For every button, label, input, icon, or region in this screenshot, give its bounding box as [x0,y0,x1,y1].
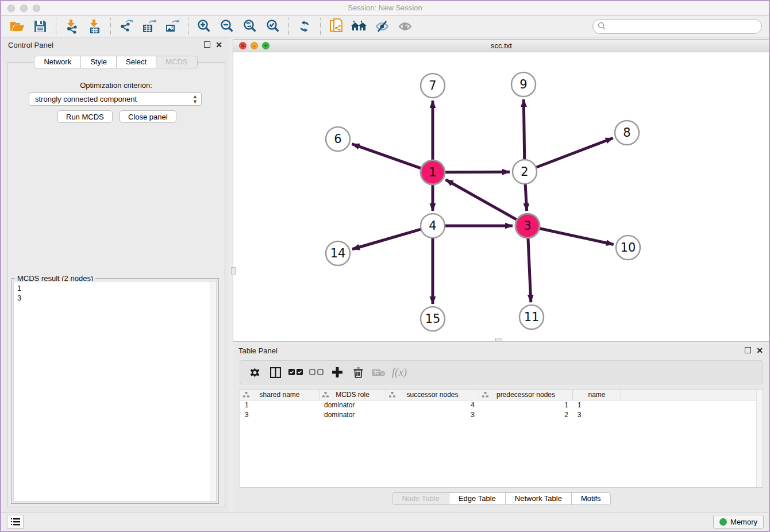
cell-shared-name: 3 [240,410,319,420]
close-panel-button[interactable]: Close panel [120,110,176,123]
export-table-icon[interactable] [140,18,159,35]
table-header-row: shared nameMCDS rolesuccessor nodesprede… [240,390,763,400]
delete-column-trash-icon[interactable] [349,365,367,380]
node-label-14: 14 [330,246,346,260]
edge-2-9[interactable] [523,99,524,160]
column-settings-gear-icon[interactable] [246,365,263,380]
toolbar-separator [188,18,188,35]
edge-1-6[interactable] [352,144,422,168]
zoom-fit-icon[interactable] [240,18,260,35]
tab-select[interactable]: Select [117,56,156,68]
edge-3-1[interactable] [446,180,517,220]
first-neighbors-icon[interactable] [349,18,369,35]
cell-MCDS-role: dominator [319,400,386,410]
node-label-6: 6 [334,132,341,146]
float-table-panel-icon[interactable] [745,347,751,353]
edge-4-14[interactable] [352,229,421,249]
cell-MCDS-role: dominator [319,410,386,420]
column-label: successor nodes [406,391,458,399]
edge-3-10[interactable] [540,228,614,244]
cell-successor-nodes: 4 [386,400,479,410]
open-file-icon[interactable] [7,18,27,35]
table-row[interactable]: 3dominator323 [240,410,763,420]
deselect-all-icon[interactable] [308,365,325,380]
float-panel-icon[interactable] [204,41,210,48]
show-all-eye-icon[interactable] [395,18,415,35]
node-label-4: 4 [429,219,436,233]
tab-network[interactable]: Network [34,56,81,68]
column-header-shared-name[interactable]: shared name [240,390,319,400]
node-table[interactable]: shared nameMCDS rolesuccessor nodesprede… [240,389,763,488]
apply-layout-icon[interactable] [295,18,314,35]
toolbar-separator [110,18,111,35]
mcds-result-box[interactable]: 1 3 [13,281,217,502]
column-header-successor-nodes[interactable]: successor nodes [386,390,479,400]
edge-1-2[interactable] [445,172,510,172]
select-all-check-icon[interactable] [287,365,305,380]
delete-table-icon [370,365,387,380]
run-mcds-button[interactable]: Run MCDS [57,110,113,123]
column-header-predecessor-nodes[interactable]: predecessor nodes [479,390,573,400]
save-session-icon[interactable] [30,18,50,35]
split-panel-icon[interactable] [267,365,284,380]
column-label: MCDS role [336,391,369,399]
window-titlebar: Session: New Session [1,1,769,16]
export-network-icon[interactable] [117,18,136,35]
close-table-panel-icon[interactable]: ✕ [756,346,763,355]
result-scrollbar[interactable] [210,282,216,501]
optimization-criterion-select[interactable]: strongly connected component ▲▼ [29,92,202,106]
task-history-button[interactable] [7,515,24,529]
application-window: Session: New Session [0,0,770,532]
edge-3-11[interactable] [528,238,531,302]
hide-selected-eye-icon[interactable] [372,18,392,35]
tab-network-table[interactable]: Network Table [506,492,572,505]
node-label-11: 11 [524,310,540,324]
duplicate-network-icon[interactable] [326,18,346,35]
search-container [592,19,762,34]
network-window-title: scc.txt [233,41,769,50]
zoom-selected-icon[interactable] [263,18,283,35]
network-view-window: ✕ − + scc.txt 7968124314101511 [233,39,770,342]
network-canvas[interactable]: 7968124314101511 [233,53,769,341]
cell-successor-nodes: 3 [386,410,479,420]
mcds-result-text: 1 3 [14,282,216,304]
network-graph[interactable]: 7968124314101511 [233,53,769,342]
node-label-1: 1 [429,165,436,179]
table-scrollbar[interactable] [756,390,763,487]
toolbar-separator [56,18,56,35]
column-header-MCDS-role[interactable]: MCDS role [319,390,386,400]
mcds-result-fieldset: MCDS result (2 nodes) 1 3 [11,278,219,504]
node-label-9: 9 [519,78,527,91]
toolbar-separator [288,18,289,35]
edge-2-8[interactable] [536,138,613,167]
tab-edge-table[interactable]: Edge Table [449,492,506,505]
import-network-icon[interactable] [62,18,82,35]
control-panel-tabs: NetworkStyleSelectMCDS [2,56,229,68]
add-column-plus-icon[interactable] [329,365,346,380]
tab-mcds[interactable]: MCDS [156,56,197,68]
splitter-grip-bottom[interactable] [495,338,502,342]
node-label-8: 8 [623,126,630,140]
node-label-10: 10 [621,241,636,255]
import-table-icon[interactable] [85,18,105,35]
node-label-2: 2 [521,165,528,179]
tab-node-table[interactable]: Node Table [392,492,449,505]
edge-2-3[interactable] [525,184,527,211]
zoom-in-icon[interactable] [194,18,214,35]
cell-predecessor-nodes: 2 [479,410,573,420]
table-row[interactable]: 1dominator411 [240,400,763,410]
close-panel-icon[interactable]: ✕ [215,40,222,49]
export-image-icon[interactable] [163,18,182,35]
cell-predecessor-nodes: 1 [479,400,573,410]
column-header-name[interactable]: name [573,390,621,400]
tab-motifs[interactable]: Motifs [572,492,611,505]
memory-status-dot [719,518,727,526]
window-title: Session: New Session [1,3,769,12]
splitter-grip-left[interactable] [231,267,236,275]
column-label: shared name [259,391,299,399]
memory-button[interactable]: Memory [713,515,764,529]
search-input[interactable] [592,19,762,34]
node-label-3: 3 [523,219,531,233]
zoom-out-icon[interactable] [217,18,237,35]
tab-style[interactable]: Style [81,56,117,68]
